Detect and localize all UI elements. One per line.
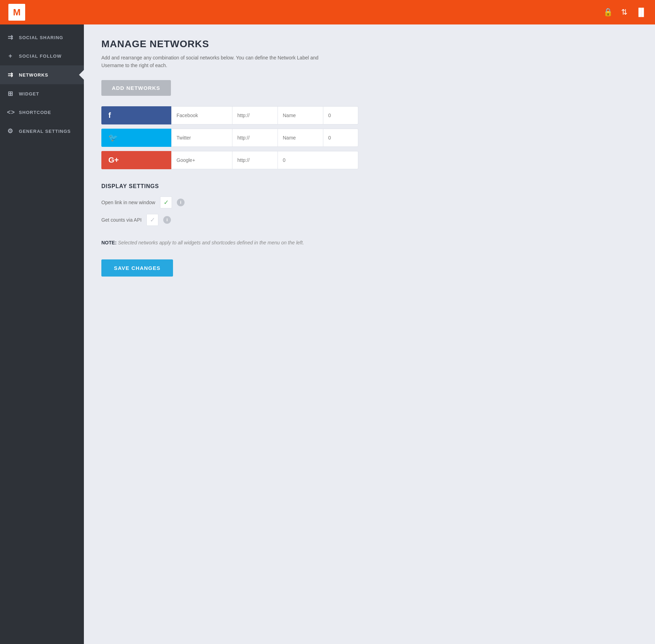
widget-icon: ⊞ — [7, 90, 14, 98]
sidebar: ⇉ SOCIAL SHARING + SOCIAL FOLLOW ⇉ NETWO… — [0, 24, 84, 644]
setting-row-get-counts-api: Get counts via API ✓ i — [101, 214, 638, 226]
googleplus-icon: G+ — [108, 156, 119, 165]
twitter-count-input[interactable] — [323, 129, 358, 147]
setting-row-open-new-window: Open link in new window ✓ i — [101, 196, 638, 208]
sidebar-item-label: GENERAL SETTINGS — [19, 129, 71, 134]
bar-chart-icon[interactable]: ▐▌ — [636, 8, 647, 17]
page-title: MANAGE NETWORKS — [101, 38, 638, 50]
open-new-window-info-icon[interactable]: i — [177, 199, 185, 206]
note-section: NOTE: Selected networks apply to all wid… — [101, 240, 638, 245]
googleplus-url-input[interactable] — [232, 151, 278, 169]
network-row-googleplus: G+ — [101, 151, 638, 169]
twitter-name-input[interactable] — [278, 129, 323, 147]
get-counts-api-checkbox[interactable]: ✓ — [146, 214, 158, 226]
transfer-icon[interactable]: ⇅ — [621, 8, 627, 17]
header-icons: 🔒 ⇅ ▐▌ — [603, 8, 647, 17]
sidebar-item-widget[interactable]: ⊞ WIDGET — [0, 84, 84, 103]
network-row-twitter: 🐦 — [101, 129, 638, 147]
facebook-label-input[interactable] — [171, 106, 232, 124]
facebook-count-input[interactable] — [323, 106, 358, 124]
googleplus-icon-button[interactable]: G+ — [101, 151, 171, 169]
note-text: Selected networks apply to all widgets a… — [118, 240, 304, 245]
layout: ⇉ SOCIAL SHARING + SOCIAL FOLLOW ⇉ NETWO… — [0, 24, 655, 644]
sidebar-item-networks[interactable]: ⇉ NETWORKS — [0, 65, 84, 84]
sidebar-item-label: SOCIAL SHARING — [19, 35, 63, 40]
facebook-icon-button[interactable]: f — [101, 106, 171, 124]
facebook-icon: f — [108, 111, 111, 120]
note-label: NOTE: — [101, 240, 117, 245]
facebook-name-input[interactable] — [278, 106, 323, 124]
sidebar-item-label: WIDGET — [19, 91, 39, 96]
display-settings-title: DISPLAY SETTINGS — [101, 183, 638, 189]
logo: M — [8, 4, 25, 21]
open-new-window-label: Open link in new window — [101, 200, 155, 205]
sidebar-item-social-sharing[interactable]: ⇉ SOCIAL SHARING — [0, 28, 84, 47]
share-icon: ⇉ — [7, 34, 14, 41]
main-content: MANAGE NETWORKS Add and rearrange any co… — [84, 24, 655, 644]
twitter-url-input[interactable] — [232, 129, 278, 147]
network-icon: ⇉ — [7, 71, 14, 79]
checkmark-green: ✓ — [164, 199, 169, 206]
network-row-facebook: f — [101, 106, 638, 124]
add-networks-button[interactable]: ADD NETWORKS — [101, 80, 171, 96]
plus-icon: + — [7, 52, 14, 60]
get-counts-api-info-icon[interactable]: i — [163, 216, 171, 224]
page-description: Add and rearrange any combination of soc… — [101, 54, 339, 70]
facebook-url-input[interactable] — [232, 106, 278, 124]
twitter-label-input[interactable] — [171, 129, 232, 147]
sidebar-item-social-follow[interactable]: + SOCIAL FOLLOW — [0, 47, 84, 65]
checkmark-gray: ✓ — [150, 216, 155, 224]
sidebar-item-general-settings[interactable]: ⚙ GENERAL SETTINGS — [0, 122, 84, 141]
lock-icon[interactable]: 🔒 — [603, 8, 613, 17]
twitter-icon-button[interactable]: 🐦 — [101, 129, 171, 147]
twitter-icon: 🐦 — [108, 133, 118, 142]
settings-icon: ⚙ — [7, 127, 14, 135]
save-changes-button[interactable]: SAVE CHANGES — [101, 259, 173, 277]
code-icon: <> — [7, 109, 14, 116]
sidebar-item-shortcode[interactable]: <> SHORTCODE — [0, 103, 84, 122]
sidebar-item-label: SOCIAL FOLLOW — [19, 53, 62, 59]
googleplus-count-input[interactable] — [278, 151, 358, 169]
googleplus-label-input[interactable] — [171, 151, 232, 169]
sidebar-item-label: NETWORKS — [19, 72, 48, 78]
open-new-window-checkbox[interactable]: ✓ — [160, 196, 172, 208]
get-counts-api-label: Get counts via API — [101, 217, 142, 223]
sidebar-item-label: SHORTCODE — [19, 110, 51, 115]
header: M 🔒 ⇅ ▐▌ — [0, 0, 655, 24]
